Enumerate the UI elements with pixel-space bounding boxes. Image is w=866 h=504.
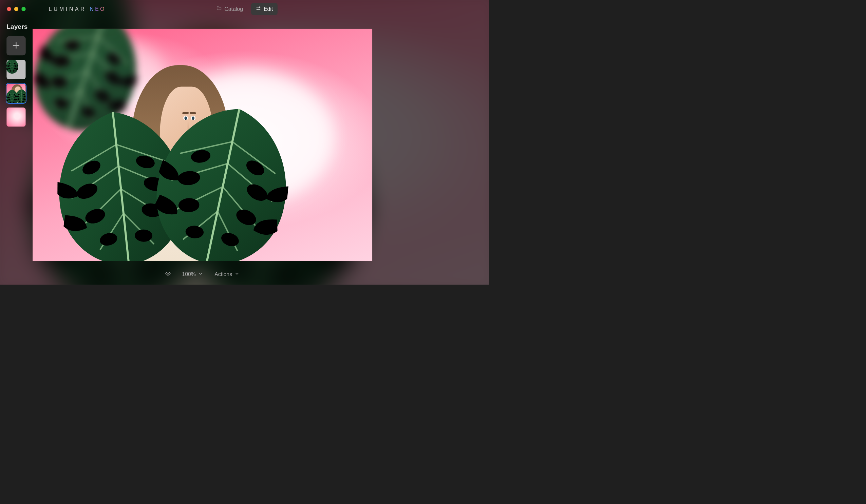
add-layer-button[interactable] bbox=[7, 36, 26, 56]
visibility-toggle[interactable] bbox=[165, 271, 171, 278]
actions-label: Actions bbox=[214, 271, 232, 277]
layer-thumb-pink-sky[interactable] bbox=[7, 108, 26, 127]
actions-dropdown[interactable]: Actions bbox=[214, 271, 240, 278]
layers-panel-title: Layers bbox=[7, 23, 26, 31]
mode-edit-button[interactable]: Edit bbox=[251, 3, 278, 15]
layers-panel: Layers bbox=[0, 18, 33, 126]
right-panel bbox=[372, 0, 489, 285]
svg-point-11 bbox=[167, 273, 169, 274]
canvas[interactable] bbox=[33, 29, 372, 261]
svg-point-10 bbox=[257, 9, 258, 10]
brand-word-1: LUMINAR bbox=[49, 6, 87, 12]
sliders-icon bbox=[256, 6, 261, 13]
folder-icon bbox=[216, 6, 222, 13]
chevron-down-icon bbox=[198, 271, 203, 278]
zoom-dropdown[interactable]: 100% bbox=[182, 271, 203, 278]
mode-catalog-label: Catalog bbox=[224, 6, 243, 12]
eye-icon bbox=[165, 271, 171, 278]
mode-switch: Catalog Edit bbox=[212, 3, 278, 15]
window-close-button[interactable] bbox=[7, 7, 11, 11]
app-brand: LUMINAR NEO bbox=[49, 6, 106, 12]
svg-point-9 bbox=[258, 7, 259, 8]
plus-icon bbox=[12, 41, 20, 51]
window-controls bbox=[7, 7, 25, 11]
window-minimize-button[interactable] bbox=[14, 7, 18, 11]
zoom-label: 100% bbox=[182, 271, 196, 277]
canvas-image bbox=[33, 29, 372, 261]
brand-word-2: NEO bbox=[90, 6, 106, 12]
window-zoom-button[interactable] bbox=[21, 7, 25, 11]
canvas-toolbar: 100% Actions bbox=[33, 264, 372, 284]
layer-thumb-leaf-overlay[interactable] bbox=[7, 60, 26, 79]
layer-thumb-portrait-subject[interactable] bbox=[7, 84, 26, 103]
mode-edit-label: Edit bbox=[264, 6, 273, 12]
titlebar: LUMINAR NEO Catalog Edit bbox=[0, 0, 489, 18]
chevron-down-icon bbox=[234, 271, 240, 278]
mode-catalog-button[interactable]: Catalog bbox=[212, 3, 247, 15]
